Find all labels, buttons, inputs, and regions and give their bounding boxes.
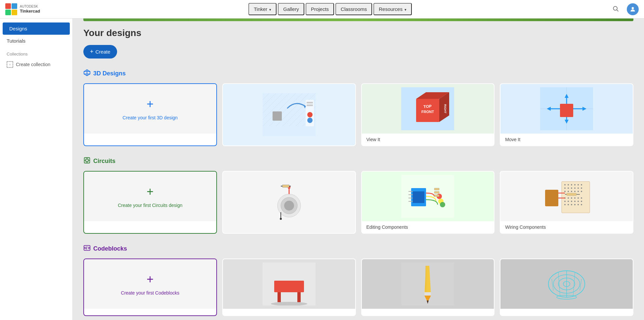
svg-point-87: [574, 187, 576, 189]
sidebar-item-designs[interactable]: Designs: [3, 22, 70, 35]
start-simulating-card[interactable]: Start Simulating: [222, 171, 356, 234]
codeblocks-tutorial-2-label: [362, 309, 494, 315]
create-button-label: Create: [96, 49, 110, 55]
sidebar-designs-label: Designs: [9, 26, 27, 31]
svg-point-83: [581, 184, 582, 185]
avatar-icon: [629, 6, 636, 13]
svg-point-101: [581, 197, 582, 199]
section-header-circuits: Circuits: [83, 157, 633, 166]
sidebar: Designs Tutorials Collections + Create c…: [0, 19, 73, 320]
svg-text:FRONT: FRONT: [421, 110, 434, 114]
place-it-card[interactable]: Place It: [222, 83, 356, 146]
svg-point-81: [574, 184, 576, 185]
search-button[interactable]: [610, 3, 622, 16]
cube-icon: [83, 69, 91, 78]
svg-point-100: [578, 197, 579, 199]
projects-nav-label: Projects: [311, 6, 329, 12]
wiring-components-thumbnail: [500, 172, 633, 221]
svg-point-105: [574, 201, 576, 202]
section-title-3d: 3D Designs: [93, 70, 126, 77]
sidebar-collections-label: Collections: [0, 47, 72, 59]
create-plus-icon: +: [90, 48, 94, 55]
svg-rect-123: [274, 281, 304, 292]
logo-grid: [5, 3, 17, 15]
sidebar-create-collection-button[interactable]: + Create collection: [0, 59, 72, 70]
svg-point-111: [574, 204, 576, 205]
svg-point-55: [284, 201, 294, 211]
svg-rect-60: [282, 185, 289, 187]
codeblocks-icon: [83, 244, 91, 253]
section-header-3d: 3D Designs: [83, 69, 633, 78]
svg-rect-124: [278, 292, 281, 302]
section-header-codeblocks: Codeblocks: [83, 244, 633, 253]
create-circuits-thumbnail: + Create your first Circuits design: [84, 172, 216, 221]
svg-point-106: [578, 201, 579, 202]
create-codeblocks-thumb-content: + Create your first Codeblocks: [118, 272, 182, 296]
page-title: Your designs: [83, 28, 633, 38]
svg-point-110: [571, 204, 572, 205]
codeblocks-tutorial-2-card[interactable]: [361, 259, 495, 316]
wiring-components-card[interactable]: Wiring Components: [500, 171, 633, 234]
create-3d-thumbnail: + Create your first 3D design: [84, 84, 216, 134]
svg-point-93: [574, 191, 576, 192]
codeblocks-tutorial-3-label: [500, 309, 633, 315]
user-avatar-button[interactable]: [627, 3, 639, 15]
logo-area[interactable]: AUTODESK Tinkercad: [5, 3, 40, 15]
svg-point-107: [581, 201, 582, 202]
svg-rect-131: [425, 266, 426, 292]
editing-components-label: Editing Components: [362, 221, 494, 233]
create-design-button[interactable]: + Create: [83, 45, 117, 59]
svg-point-102: [564, 201, 566, 202]
move-it-card[interactable]: Move It: [500, 83, 633, 146]
svg-point-94: [578, 191, 579, 192]
cards-grid-circuits: + Create your first Circuits design: [83, 171, 633, 234]
resources-nav-label: Resources: [379, 6, 403, 12]
gallery-nav-label: Gallery: [283, 6, 299, 12]
logo-cell-yellow: [12, 10, 17, 15]
create-3d-thumb-content: + Create your first 3D design: [120, 97, 181, 120]
section-title-codeblocks: Codeblocks: [93, 245, 127, 252]
svg-point-103: [568, 201, 569, 202]
svg-rect-130: [424, 292, 431, 296]
create-circuits-card[interactable]: + Create your first Circuits design: [83, 171, 217, 234]
gallery-nav-button[interactable]: Gallery: [278, 3, 304, 15]
projects-nav-button[interactable]: Projects: [306, 3, 334, 15]
codeblocks-tutorial-1-thumbnail: [223, 259, 355, 309]
svg-point-104: [571, 201, 572, 202]
editing-components-card[interactable]: Editing Components: [361, 171, 495, 234]
view-it-card[interactable]: TOP FRONT RIGHT View It: [361, 83, 495, 146]
codeblocks-tutorial-1-card[interactable]: [222, 259, 356, 316]
create-3d-card[interactable]: + Create your first 3D design: [83, 83, 217, 146]
cards-grid-3d: + Create your first 3D design: [83, 83, 633, 146]
tinker-nav-button[interactable]: Tinker: [248, 3, 277, 15]
resources-nav-button[interactable]: Resources: [373, 3, 412, 15]
view-it-thumbnail: TOP FRONT RIGHT: [362, 84, 494, 134]
codeblocks-tutorial-3-card[interactable]: [500, 259, 633, 316]
search-icon: [612, 5, 619, 12]
svg-rect-23: [307, 102, 313, 103]
svg-point-84: [564, 187, 566, 189]
svg-rect-75: [434, 195, 439, 197]
view-it-label: View It: [362, 134, 494, 145]
create-codeblocks-card[interactable]: + Create your first Codeblocks: [83, 259, 217, 316]
start-simulating-label: Start Simulating: [223, 233, 355, 234]
svg-point-99: [574, 197, 576, 199]
svg-line-1: [617, 10, 619, 12]
circuit-icon: [83, 157, 91, 166]
start-simulating-thumbnail: [223, 172, 355, 233]
svg-point-112: [578, 204, 579, 205]
svg-text:RIGHT: RIGHT: [444, 104, 447, 114]
classrooms-nav-button[interactable]: Classrooms: [335, 3, 372, 15]
svg-point-79: [568, 184, 569, 185]
svg-rect-20: [273, 111, 282, 121]
create-codeblocks-label: Create your first Codeblocks: [118, 290, 182, 296]
sidebar-item-tutorials[interactable]: Tutorials: [0, 35, 72, 47]
svg-point-88: [578, 187, 579, 189]
collection-icon: +: [7, 61, 13, 68]
svg-rect-73: [434, 188, 439, 190]
svg-point-59: [280, 218, 282, 220]
create-codeblocks-thumbnail: + Create your first Codeblocks: [84, 259, 216, 309]
logo-text: AUTODESK Tinkercad: [20, 5, 40, 14]
svg-point-25: [307, 112, 313, 117]
place-it-thumbnail: [223, 84, 355, 145]
